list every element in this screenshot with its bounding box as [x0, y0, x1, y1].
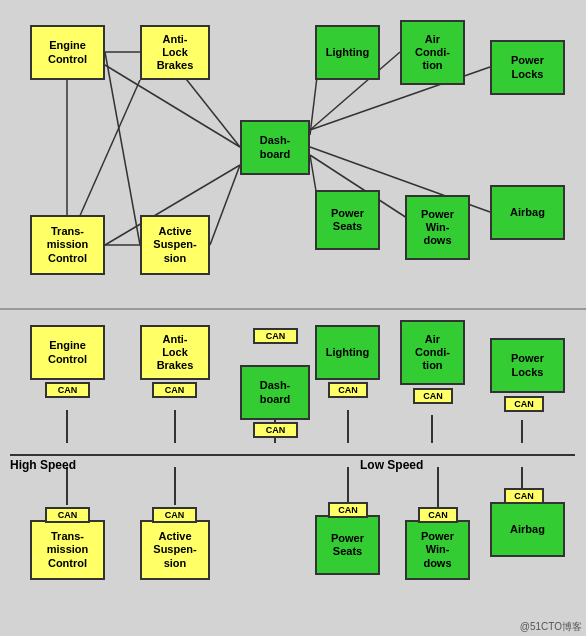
activesuspension-can-label: CAN: [152, 507, 197, 523]
engine-can-label: CAN: [45, 382, 90, 398]
node-power-seats: PowerSeats: [315, 190, 380, 250]
dashboard-can-top: CAN: [253, 328, 298, 344]
transmission-can-label: CAN: [45, 507, 90, 523]
node-lighting: Lighting: [315, 25, 380, 80]
watermark: @51CTO博客: [520, 620, 582, 634]
antilock-can-label: CAN: [152, 382, 197, 398]
bottom-node-powerseats: PowerSeats: [315, 515, 380, 575]
node-air-condition: AirCondi-tion: [400, 20, 465, 85]
powerlocks-can-label: CAN: [504, 396, 544, 412]
bottom-node-lighting: Lighting: [315, 325, 380, 380]
svg-line-8: [210, 165, 240, 245]
bottom-node-powerlocks: PowerLocks: [490, 338, 565, 393]
aircondition-can-label: CAN: [413, 388, 453, 404]
powerseats-can-label: CAN: [328, 502, 368, 518]
node-antilock-brakes: Anti-LockBrakes: [140, 25, 210, 80]
bottom-node-antilock: Anti-LockBrakes: [140, 325, 210, 380]
bottom-node-activesuspension: ActiveSuspen-sion: [140, 520, 210, 580]
dashboard-can-bottom: CAN: [253, 422, 298, 438]
high-speed-label: High Speed: [10, 458, 76, 472]
node-power-locks: PowerLocks: [490, 40, 565, 95]
node-engine-control: Engine Control: [30, 25, 105, 80]
node-dashboard: Dash-board: [240, 120, 310, 175]
node-power-windows: PowerWin-dows: [405, 195, 470, 260]
airbag-can-label: CAN: [504, 488, 544, 504]
node-transmission-control: Trans-missionControl: [30, 215, 105, 275]
low-speed-label: Low Speed: [360, 458, 423, 472]
bottom-node-transmission: Trans-missionControl: [30, 520, 105, 580]
node-airbag: Airbag: [490, 185, 565, 240]
diagram-container: Engine Control Anti-LockBrakes Trans-mis…: [0, 0, 586, 636]
top-diagram: Engine Control Anti-LockBrakes Trans-mis…: [0, 0, 586, 310]
lighting-can-label: CAN: [328, 382, 368, 398]
bottom-node-aircondition: AirCondi-tion: [400, 320, 465, 385]
powerwindows-can-label: CAN: [418, 507, 458, 523]
bottom-node-engine-control: EngineControl: [30, 325, 105, 380]
bottom-node-dashboard: Dash-board: [240, 365, 310, 420]
svg-line-4: [105, 52, 140, 245]
bottom-diagram: High Speed Low Speed EngineControl CAN A…: [0, 310, 586, 636]
bottom-node-powerwindows: PowerWin-dows: [405, 520, 470, 580]
bottom-node-airbag: Airbag: [490, 502, 565, 557]
node-active-suspension: ActiveSuspen-sion: [140, 215, 210, 275]
